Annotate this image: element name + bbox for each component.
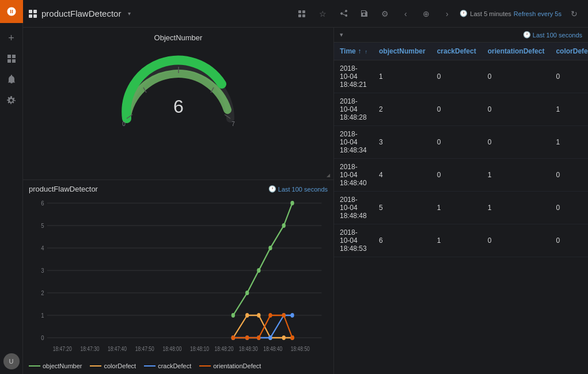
sidebar: + U — [0, 0, 23, 374]
back-button[interactable]: ‹ — [397, 6, 414, 22]
table-header-row: Time ↑ ↑ objectNumber crackDefect orient… — [334, 43, 588, 60]
sidebar-item-settings[interactable] — [0, 90, 23, 110]
chart-svg: 0 1 2 3 4 5 6 18:47:20 18:47:30 18:47:40… — [29, 196, 328, 360]
cell-orientationdefect-5: 0 — [482, 224, 551, 257]
gauge-container: 6 0 7 — [115, 52, 242, 127]
cell-orientationdefect-0: 0 — [482, 60, 551, 93]
cell-colordefect-0: 0 — [550, 60, 588, 93]
cell-orientationdefect-3: 1 — [482, 159, 551, 192]
title-chevron-icon[interactable]: ▾ — [128, 10, 131, 17]
time-range-info: 🕐 Last 5 minutes Refresh every 5s — [460, 10, 562, 17]
cell-crackdefect-5: 1 — [431, 224, 482, 257]
svg-point-44 — [282, 223, 286, 228]
svg-rect-7 — [302, 14, 305, 17]
svg-text:0: 0 — [122, 121, 126, 127]
col-header-crackdefect[interactable]: crackDefect — [431, 43, 482, 60]
app-grid-icon — [29, 10, 37, 18]
svg-rect-1 — [12, 55, 16, 58]
legend-item-colordefect: colorDefect — [90, 362, 136, 369]
svg-point-40 — [232, 313, 235, 318]
svg-point-45 — [290, 201, 294, 205]
cell-objectnumber-2: 3 — [373, 126, 431, 159]
zoom-button[interactable]: ⊕ — [418, 6, 434, 22]
refresh-button[interactable]: ↻ — [566, 6, 582, 22]
clock-icon: 🕐 — [460, 10, 468, 17]
col-header-colordefect[interactable]: colorDefect — [550, 43, 588, 60]
table-time-link[interactable]: 🕐 Last 100 seconds — [523, 31, 582, 39]
svg-point-60 — [257, 335, 260, 340]
svg-point-48 — [257, 313, 260, 318]
svg-text:18:48:10: 18:48:10 — [190, 346, 209, 353]
svg-text:18:47:40: 18:47:40 — [108, 346, 127, 353]
svg-text:2: 2 — [41, 289, 44, 296]
star-button[interactable]: ☆ — [314, 6, 331, 22]
chart-time-text: Last 100 seconds — [278, 186, 328, 193]
svg-text:5: 5 — [41, 222, 44, 229]
table-row: 2018-10-04 18:48:28 2 0 0 1 — [334, 93, 588, 126]
legend-label-orientationdefect: orientationDefect — [213, 362, 261, 369]
svg-point-41 — [245, 291, 249, 295]
svg-text:18:48:40: 18:48:40 — [263, 346, 282, 353]
cell-time-1: 2018-10-04 18:48:28 — [334, 93, 373, 126]
col-header-time[interactable]: Time ↑ ↑ — [334, 43, 373, 60]
sidebar-item-alerts[interactable] — [0, 69, 23, 90]
svg-point-43 — [268, 246, 272, 250]
svg-rect-2 — [7, 59, 11, 63]
chart-panel: productFlawDetector 🕐 Last 100 seconds — [23, 180, 333, 374]
svg-text:18:47:20: 18:47:20 — [53, 346, 72, 353]
svg-text:18:48:20: 18:48:20 — [214, 346, 233, 353]
cell-time-0: 2018-10-04 18:48:21 — [334, 60, 373, 93]
svg-text:6: 6 — [41, 199, 44, 207]
table-row: 2018-10-04 18:48:34 3 0 0 1 — [334, 126, 588, 159]
cell-crackdefect-2: 0 — [431, 126, 482, 159]
panel-resize-handle[interactable]: ◢ — [327, 173, 333, 180]
col-header-objectnumber[interactable]: objectNumber — [373, 43, 431, 60]
svg-point-47 — [245, 313, 249, 318]
legend-label-crackdefect: crackDefect — [158, 362, 191, 369]
table-header-bar: ▾ 🕐 Last 100 seconds — [334, 28, 588, 43]
svg-point-57 — [290, 313, 294, 318]
svg-text:0: 0 — [41, 334, 44, 341]
table-row: 2018-10-04 18:48:53 6 1 0 0 — [334, 224, 588, 257]
sidebar-item-add[interactable]: + — [0, 28, 23, 48]
svg-point-59 — [245, 335, 249, 340]
col-header-orientationdefect[interactable]: orientationDefect — [482, 43, 551, 60]
user-avatar[interactable]: U — [3, 353, 20, 369]
save-button[interactable] — [356, 6, 372, 22]
cell-crackdefect-1: 0 — [431, 93, 482, 126]
forward-button[interactable]: › — [439, 6, 455, 22]
legend-line-crackdefect — [144, 365, 155, 367]
chart-header: productFlawDetector 🕐 Last 100 seconds — [29, 185, 328, 193]
cell-objectnumber-4: 5 — [373, 192, 431, 224]
sidebar-item-dashboards[interactable] — [0, 48, 23, 69]
svg-text:18:47:50: 18:47:50 — [135, 346, 154, 353]
svg-text:3: 3 — [41, 266, 44, 274]
svg-rect-5 — [302, 10, 305, 13]
legend-line-objectnumber — [29, 365, 40, 367]
settings-button[interactable]: ⚙ — [377, 6, 393, 22]
legend-label-colordefect: colorDefect — [104, 362, 136, 369]
svg-point-50 — [282, 335, 286, 340]
share-button[interactable] — [335, 6, 351, 22]
table-head: Time ↑ ↑ objectNumber crackDefect orient… — [334, 43, 588, 60]
legend-label-objectnumber: objectNumber — [43, 362, 82, 369]
svg-text:18:48:30: 18:48:30 — [239, 346, 258, 353]
cell-orientationdefect-2: 0 — [482, 126, 551, 159]
cell-objectnumber-3: 4 — [373, 159, 431, 192]
svg-text:4: 4 — [41, 244, 44, 251]
chart-time-link[interactable]: 🕐 Last 100 seconds — [268, 185, 328, 193]
legend-item-crackdefect: crackDefect — [144, 362, 191, 369]
cell-objectnumber-1: 2 — [373, 93, 431, 126]
table-dropdown-button[interactable]: ▾ — [340, 31, 343, 39]
table-body: 2018-10-04 18:48:21 1 0 0 0 2018-10-04 1… — [334, 60, 588, 257]
cell-orientationdefect-4: 1 — [482, 192, 551, 224]
add-panel-button[interactable] — [294, 6, 310, 22]
cell-time-4: 2018-10-04 18:48:48 — [334, 192, 373, 224]
cell-colordefect-2: 1 — [550, 126, 588, 159]
svg-text:18:47:30: 18:47:30 — [80, 346, 99, 353]
cell-crackdefect-3: 0 — [431, 159, 482, 192]
cell-colordefect-5: 0 — [550, 224, 588, 257]
app-logo[interactable] — [0, 0, 23, 23]
svg-rect-0 — [7, 55, 11, 58]
gauge-title: ObjectNumber — [154, 33, 203, 42]
